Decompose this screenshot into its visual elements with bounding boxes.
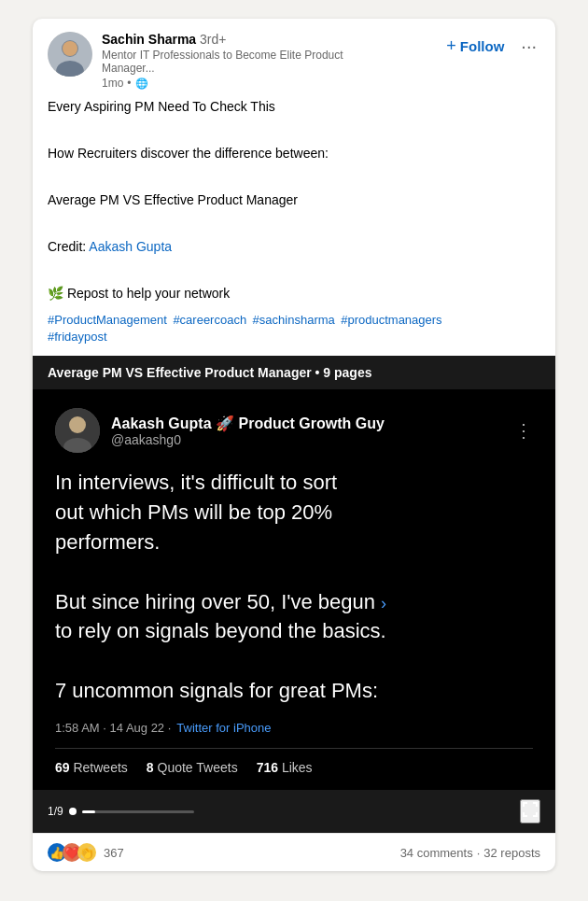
post-header: Sachin Sharma 3rd+ Mentor IT Professiona… — [33, 19, 555, 97]
carousel-dot — [69, 808, 77, 815]
tweet-author-info: Aakash Gupta 🚀 Product Growth Guy @aakas… — [111, 415, 385, 447]
tweet-stats-row: 69 Retweets 8 Quote Tweets 716 Likes — [55, 748, 533, 775]
reposts-count[interactable]: 32 reposts — [483, 846, 540, 860]
credit-line: Credit: Aakash Gupta — [48, 237, 540, 257]
fullscreen-button[interactable] — [520, 799, 540, 824]
hashtag-sachinsharma[interactable]: #sachinsharma — [253, 313, 335, 327]
tweet-meta-row: 1:58 AM · 14 Aug 22 · Twitter for iPhone — [55, 721, 533, 735]
carousel-indicator: 1/9 — [48, 805, 194, 818]
carousel-page: 1/9 — [48, 805, 63, 818]
hashtag-fridaypost[interactable]: #fridaypost — [48, 330, 107, 344]
linkedin-post-card: Sachin Sharma 3rd+ Mentor IT Professiona… — [33, 19, 555, 871]
credit-link[interactable]: Aakash Gupta — [89, 239, 172, 254]
tweet-author-row: Aakash Gupta 🚀 Product Growth Guy @aakas… — [55, 408, 533, 453]
hashtag-productmanagers[interactable]: #productmanagers — [341, 313, 441, 327]
tweet-more-icon: ⋮ — [514, 419, 533, 442]
tweet-handle: @aakashg0 — [111, 432, 385, 447]
author-section: Sachin Sharma 3rd+ Mentor IT Professiona… — [48, 32, 344, 90]
more-options-button[interactable]: ··· — [517, 32, 540, 61]
comments-count[interactable]: 34 comments — [400, 846, 473, 860]
svg-point-3 — [63, 41, 77, 56]
carousel-progress-bar — [82, 810, 194, 813]
hashtag-line: #ProductManagement #careercoach #sachins… — [48, 311, 540, 345]
post-footer: 👍 ❤️ 👏 367 34 comments · 32 reposts — [33, 833, 555, 871]
tweet-quote-tweets: 8 Quote Tweets — [147, 760, 238, 775]
tweet-time: 1:58 AM · 14 Aug 22 · — [55, 721, 171, 735]
tweet-retweets: 69 Retweets — [55, 760, 128, 775]
author-name: Sachin Sharma 3rd+ — [102, 32, 344, 47]
author-degree: 3rd+ — [200, 32, 226, 47]
author-meta: 1mo • 🌐 — [102, 77, 344, 90]
globe-icon: 🌐 — [135, 77, 148, 90]
hashtag-careercoach[interactable]: #careercoach — [173, 313, 246, 327]
reaction-count: 367 — [104, 846, 124, 860]
post-text: Every Aspiring PM Need To Check This How… — [48, 97, 540, 303]
follow-button[interactable]: + Follow — [441, 33, 510, 60]
tweet-source: Twitter for iPhone — [176, 721, 271, 735]
footer-actions: 34 comments · 32 reposts — [400, 846, 540, 860]
svg-point-6 — [69, 416, 86, 433]
media-header: Average PM VS Effective Product Manager … — [33, 356, 555, 389]
author-info: Sachin Sharma 3rd+ Mentor IT Professiona… — [102, 32, 344, 90]
hashtag-product-management[interactable]: #ProductManagement — [48, 313, 167, 327]
media-title: Average PM VS Effective Product Manager … — [48, 365, 372, 380]
reactions: 👍 ❤️ 👏 367 — [48, 843, 124, 862]
tweet-text: In interviews, it's difficult to sort ou… — [55, 468, 533, 706]
tweet-author-name: Aakash Gupta 🚀 Product Growth Guy — [111, 415, 385, 432]
avatar — [48, 32, 92, 77]
carousel-progress-fill — [82, 810, 95, 813]
reaction-icons: 👍 ❤️ 👏 — [48, 843, 92, 862]
clap-reaction-icon: 👏 — [77, 843, 96, 862]
chevron-right-icon: › — [381, 594, 386, 612]
post-body: Every Aspiring PM Need To Check This How… — [33, 97, 555, 356]
tweet-likes: 716 Likes — [257, 760, 313, 775]
tweet-card: Aakash Gupta 🚀 Product Growth Guy @aakas… — [33, 389, 555, 790]
tweet-avatar — [55, 408, 100, 453]
author-title: Mentor IT Professionals to Become Elite … — [102, 49, 344, 75]
header-actions: + Follow ··· — [441, 32, 540, 61]
carousel-footer: 1/9 — [33, 790, 555, 833]
media-embed: Average PM VS Effective Product Manager … — [33, 356, 555, 833]
